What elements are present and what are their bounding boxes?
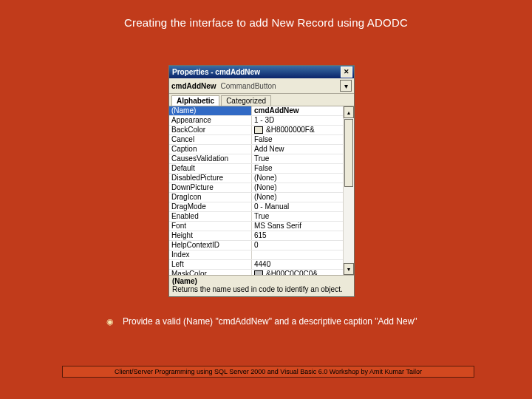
property-name: Enabled bbox=[169, 212, 252, 221]
slide-footer: Client/Server Programming using SQL Serv… bbox=[62, 366, 474, 378]
property-name: Default bbox=[169, 164, 252, 173]
window-title: Properties - cmdAddNew bbox=[172, 68, 260, 76]
property-value[interactable]: 4440 bbox=[252, 260, 354, 269]
property-name: DragMode bbox=[169, 202, 252, 211]
property-row[interactable]: (Name)cmdAddNew bbox=[169, 106, 354, 116]
scroll-up-icon[interactable]: ▲ bbox=[344, 106, 354, 118]
property-value[interactable]: False bbox=[252, 135, 354, 144]
object-selector[interactable]: cmdAddNew CommandButton ▾ bbox=[169, 78, 354, 94]
property-name: CausesValidation bbox=[169, 154, 252, 163]
description-text: Returns the name used in code to identif… bbox=[172, 285, 351, 293]
scroll-down-icon[interactable]: ▼ bbox=[344, 263, 354, 275]
description-pane: (Name) Returns the name used in code to … bbox=[169, 275, 354, 296]
property-value[interactable]: (None) bbox=[252, 183, 354, 192]
property-name: BackColor bbox=[169, 126, 252, 134]
property-row[interactable]: CaptionAdd New bbox=[169, 145, 354, 154]
property-value[interactable]: True bbox=[252, 154, 354, 163]
tab-categorized[interactable]: Categorized bbox=[221, 95, 271, 106]
tab-alphabetic[interactable]: Alphabetic bbox=[171, 95, 219, 106]
property-name: DownPicture bbox=[169, 183, 252, 192]
property-name: (Name) bbox=[169, 106, 252, 115]
property-value[interactable]: &H8000000F& bbox=[252, 126, 354, 134]
bullet-icon: ◉ bbox=[106, 317, 114, 327]
property-value[interactable]: False bbox=[252, 164, 354, 173]
vertical-scrollbar[interactable]: ▲ ▼ bbox=[343, 106, 354, 275]
property-name: DragIcon bbox=[169, 193, 252, 202]
property-value[interactable]: Add New bbox=[252, 145, 354, 154]
properties-window: Properties - cmdAddNew ✕ cmdAddNew Comma… bbox=[168, 65, 355, 297]
property-name: Height bbox=[169, 231, 252, 240]
property-row[interactable]: BackColor&H8000000F& bbox=[169, 126, 354, 135]
property-grid[interactable]: (Name)cmdAddNewAppearance1 - 3DBackColor… bbox=[169, 106, 354, 275]
property-row[interactable]: DragMode0 - Manual bbox=[169, 202, 354, 212]
property-value[interactable]: 615 bbox=[252, 231, 354, 240]
property-row[interactable]: Left4440 bbox=[169, 260, 354, 270]
property-value[interactable]: cmdAddNew bbox=[252, 106, 354, 115]
property-value[interactable]: 0 - Manual bbox=[252, 202, 354, 211]
property-name: Caption bbox=[169, 145, 252, 154]
color-swatch bbox=[254, 126, 263, 134]
close-icon[interactable]: ✕ bbox=[341, 66, 352, 78]
property-row[interactable]: Appearance1 - 3D bbox=[169, 116, 354, 126]
slide-bullet: ◉ Provide a valid (Name) "cmdAddNew" and… bbox=[106, 316, 417, 327]
property-row[interactable]: Index bbox=[169, 250, 354, 260]
property-name: HelpContextID bbox=[169, 241, 252, 250]
slide-title: Creating the interface to add New Record… bbox=[0, 16, 532, 29]
property-row[interactable]: DefaultFalse bbox=[169, 164, 354, 174]
description-title: (Name) bbox=[172, 277, 197, 285]
window-titlebar[interactable]: Properties - cmdAddNew ✕ bbox=[169, 66, 354, 78]
property-value[interactable] bbox=[252, 250, 354, 259]
scroll-thumb[interactable] bbox=[344, 119, 353, 187]
object-name: cmdAddNew bbox=[171, 82, 216, 90]
property-row[interactable]: CancelFalse bbox=[169, 135, 354, 145]
property-value[interactable]: MS Sans Serif bbox=[252, 222, 354, 231]
property-row[interactable]: MaskColor&H00C0C0C0& bbox=[169, 270, 354, 275]
chevron-down-icon[interactable]: ▾ bbox=[340, 80, 352, 92]
property-row[interactable]: DownPicture(None) bbox=[169, 183, 354, 193]
property-row[interactable]: HelpContextID0 bbox=[169, 241, 354, 250]
object-class: CommandButton bbox=[221, 82, 276, 90]
property-value[interactable]: 0 bbox=[252, 241, 354, 250]
property-name: DisabledPicture bbox=[169, 174, 252, 183]
property-name: Appearance bbox=[169, 116, 252, 125]
property-value[interactable]: 1 - 3D bbox=[252, 116, 354, 125]
property-row[interactable]: FontMS Sans Serif bbox=[169, 222, 354, 231]
color-swatch bbox=[254, 270, 263, 275]
property-name: Cancel bbox=[169, 135, 252, 144]
property-row[interactable]: DragIcon(None) bbox=[169, 193, 354, 202]
property-value[interactable]: (None) bbox=[252, 174, 354, 183]
property-value[interactable]: &H00C0C0C0& bbox=[252, 270, 354, 275]
tab-strip: Alphabetic Categorized bbox=[169, 94, 354, 106]
property-row[interactable]: CausesValidationTrue bbox=[169, 154, 354, 164]
property-name: MaskColor bbox=[169, 270, 252, 275]
property-value[interactable]: True bbox=[252, 212, 354, 221]
scroll-track[interactable] bbox=[344, 118, 354, 263]
property-name: Font bbox=[169, 222, 252, 231]
bullet-text: Provide a valid (Name) "cmdAddNew" and a… bbox=[123, 316, 417, 327]
property-name: Index bbox=[169, 250, 252, 259]
property-name: Left bbox=[169, 260, 252, 269]
property-row[interactable]: EnabledTrue bbox=[169, 212, 354, 222]
property-value[interactable]: (None) bbox=[252, 193, 354, 202]
property-row[interactable]: DisabledPicture(None) bbox=[169, 174, 354, 183]
property-row[interactable]: Height615 bbox=[169, 231, 354, 241]
